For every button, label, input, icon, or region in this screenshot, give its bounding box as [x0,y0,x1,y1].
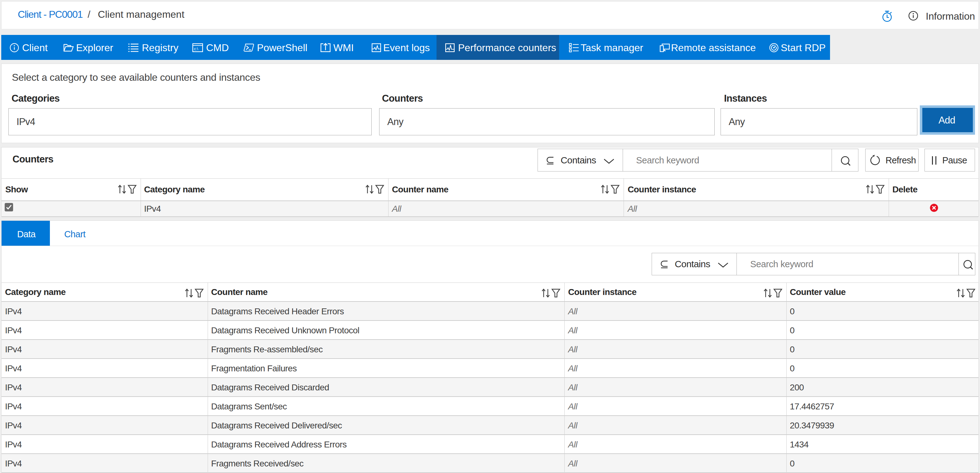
svg-text:c:\: c:\ [194,46,198,51]
